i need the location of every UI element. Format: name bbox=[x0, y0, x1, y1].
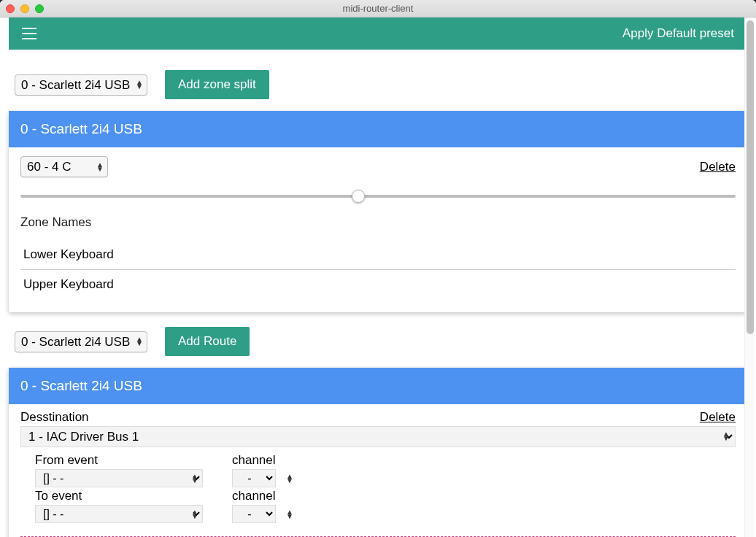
destination-select[interactable]: 1 - IAC Driver Bus 1 bbox=[20, 426, 736, 447]
delete-route-link[interactable]: Delete bbox=[700, 410, 736, 425]
from-event-select[interactable]: [] - - bbox=[35, 469, 203, 487]
zone-device-select[interactable]: 0 - Scarlett 2i4 USB bbox=[15, 74, 147, 96]
menu-icon[interactable] bbox=[22, 28, 36, 39]
to-event-label: To event bbox=[35, 489, 203, 503]
appbar: Apply Default preset bbox=[9, 18, 747, 50]
to-event-select[interactable]: [] - - bbox=[35, 505, 203, 523]
scrollbar-thumb[interactable] bbox=[747, 20, 754, 334]
zone-card-title: 0 - Scarlett 2i4 USB bbox=[9, 111, 747, 147]
zone-card: 0 - Scarlett 2i4 USB 60 - 4 C ▲▼ Delete … bbox=[9, 111, 747, 312]
note-split-slider[interactable] bbox=[20, 195, 736, 198]
titlebar: midi-router-client bbox=[0, 0, 756, 18]
from-channel-select[interactable]: - bbox=[232, 469, 276, 487]
main-content: 0 - Scarlett 2i4 USB ▲▼ Add zone split 0… bbox=[0, 50, 756, 537]
zone-names-label: Zone Names bbox=[20, 215, 736, 230]
apply-preset-button[interactable]: Apply Default preset bbox=[622, 26, 734, 41]
delete-zone-link[interactable]: Delete bbox=[700, 160, 736, 174]
route-card: 0 - Scarlett 2i4 USB Desstination Delete… bbox=[9, 368, 747, 537]
zone-name-input-1[interactable] bbox=[20, 270, 736, 299]
note-split-select[interactable]: 60 - 4 C bbox=[20, 156, 108, 177]
add-route-button[interactable]: Add Route bbox=[165, 327, 250, 356]
add-zone-split-button[interactable]: Add zone split bbox=[165, 70, 269, 99]
from-event-label: From event bbox=[35, 453, 203, 468]
to-channel-label: channel bbox=[232, 489, 298, 503]
to-channel-select[interactable]: - bbox=[232, 505, 276, 523]
zone-name-input-0[interactable] bbox=[20, 240, 736, 270]
destination-label: Desstination bbox=[20, 410, 89, 425]
from-channel-label: channel bbox=[232, 453, 298, 468]
route-card-title: 0 - Scarlett 2i4 USB bbox=[9, 368, 747, 404]
window-title: midi-router-client bbox=[0, 3, 756, 14]
route-device-select[interactable]: 0 - Scarlett 2i4 USB bbox=[15, 331, 147, 352]
scrollbar[interactable] bbox=[744, 18, 755, 537]
